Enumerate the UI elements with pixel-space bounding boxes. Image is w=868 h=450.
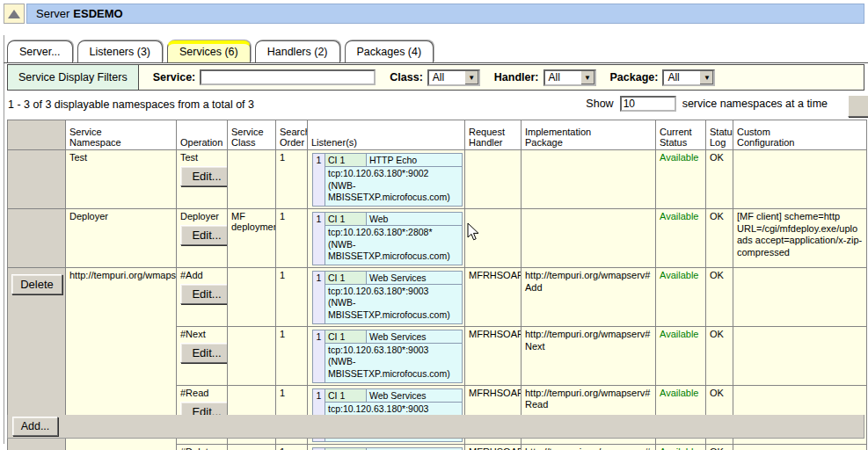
operation-cell: Deployer Edit...: [177, 208, 228, 267]
status-log-cell: OK: [706, 150, 733, 209]
listener-host: (NWB-MBISSETXP.microfocus.com): [328, 239, 460, 263]
service-filter-label: Service:: [153, 71, 196, 83]
add-button[interactable]: Add...: [12, 417, 58, 436]
delete-button[interactable]: Delete: [11, 274, 62, 294]
table-row-deployer: Deployer Deployer Edit... MF deployment …: [8, 208, 867, 267]
service-class-cell: [228, 267, 276, 326]
tab-handlers[interactable]: Handlers (2): [255, 40, 340, 62]
listener-endpoint: tcp:10.120.63.180*:9003 (NWB-MBISSETXP.m…: [325, 284, 463, 323]
package-filter-value: All: [667, 71, 679, 83]
col-header-current-status: Current Status: [656, 120, 706, 150]
edit-button[interactable]: Edit...: [180, 284, 228, 304]
search-order-cell: 1: [276, 208, 308, 267]
listener-cell: 1 CI 1 HTTP Echo tcp:10.120.63.180*:9002…: [308, 150, 465, 209]
listener-cell: 1 CI 1 Web Services tcp:10.120.63.180*:9…: [308, 326, 465, 385]
current-status-cell: Available: [656, 208, 706, 267]
col-header-service-class: Service Class: [228, 120, 276, 150]
tab-listeners[interactable]: Listeners (3): [77, 40, 163, 62]
listener-conversation: CI 1: [325, 388, 367, 402]
listener-name: Web Services: [367, 388, 463, 402]
listener-host: (NWB-MBISSETXP.microfocus.com): [328, 297, 460, 321]
listener-address: tcp:10.120.63.180*:2808*: [328, 227, 460, 239]
service-class-cell: [228, 326, 276, 385]
operation-cell: #Delete Edit...: [177, 444, 228, 450]
status-log-cell: OK: [706, 444, 733, 450]
listener-endpoint: tcp:10.120.63.180*:9003 (NWB-MBISSETXP.m…: [325, 343, 463, 382]
show-suffix-label: service namespaces at a time: [682, 98, 828, 110]
request-handler-cell: [465, 208, 522, 267]
current-status-cell: Available: [656, 444, 706, 450]
chevron-down-icon[interactable]: ▼: [699, 71, 713, 84]
edge-cutoff-button[interactable]: [848, 95, 868, 117]
listener-conversation: CI 1: [325, 271, 367, 284]
col-header-implementation-package: Implementation Package: [522, 120, 656, 150]
action-cell: [8, 208, 66, 267]
handler-filter-select[interactable]: All ▼: [543, 69, 596, 86]
service-class-cell: [228, 444, 276, 450]
service-class-cell: MF deployment: [228, 208, 276, 267]
collapse-button[interactable]: [4, 4, 25, 24]
search-order-cell: 1: [276, 267, 308, 326]
listener-number: 1: [313, 330, 325, 382]
server-title-prefix: Server: [36, 7, 69, 20]
col-header-request-handler: Request Handler: [465, 120, 522, 150]
services-table: Service Namespace Operation Service Clas…: [7, 120, 867, 450]
package-filter-select[interactable]: All ▼: [662, 69, 715, 86]
search-order-cell: 1: [276, 444, 308, 450]
custom-config-cell: [733, 150, 867, 209]
operation-name: #Add: [180, 270, 223, 280]
show-count-input[interactable]: [620, 96, 676, 112]
namespace-cell: Test: [66, 150, 177, 209]
table-footer: Add...: [7, 415, 864, 439]
listener-host: (NWB-MBISSETXP.microfocus.com): [328, 356, 460, 380]
tab-services[interactable]: Services (6): [167, 40, 251, 62]
class-filter-label: Class:: [390, 71, 423, 83]
operation-name: Test: [180, 152, 223, 163]
col-header-action: [8, 120, 66, 150]
show-count-group: Show service namespaces at a time: [586, 96, 828, 112]
listener-endpoint: tcp:10.120.63.180*:2808* (NWB-MBISSETXP.…: [325, 225, 463, 265]
search-order-cell: 1: [276, 326, 308, 385]
listener-cell: 1 CI 1 Web tcp:10.120.63.180*:2808* (NWB…: [308, 208, 465, 267]
listener-cell: 1 CI 1 Web Services tcp:10.120.63.180*:9…: [308, 267, 465, 326]
implementation-package-cell: [522, 150, 656, 209]
listener-cell: 1 CI 1 Web Services tcp:10.120.63.180*:9…: [308, 444, 465, 450]
listener-address: tcp:10.120.63.180*:9003: [328, 345, 460, 357]
server-titlebar: ServerESDEMO: [26, 4, 864, 24]
server-name: ESDEMO: [73, 7, 122, 20]
filter-bar: Service Display Filters Service: Class: …: [7, 64, 864, 91]
listener-conversation: CI 1: [325, 212, 367, 225]
tab-bar: Server... Listeners (3) Services (6) Han…: [7, 39, 438, 62]
request-handler-cell: MFRHSOAP: [465, 326, 522, 385]
tab-packages[interactable]: Packages (4): [345, 40, 434, 62]
action-cell: [8, 150, 66, 209]
operation-cell: #Add Edit...: [177, 267, 228, 326]
table-row-test: Test Test Edit... 1 1 CI 1 HTTP Echo: [8, 150, 867, 209]
class-filter-select[interactable]: All ▼: [427, 69, 480, 86]
chevron-down-icon[interactable]: ▼: [464, 71, 478, 84]
listener-name: HTTP Echo: [367, 154, 463, 167]
server-admin-page: ServerESDEMO Server... Listeners (3) Ser…: [0, 0, 868, 450]
listener-box: 1 CI 1 HTTP Echo tcp:10.120.63.180*:9002…: [312, 153, 463, 207]
operation-name: Deployer: [180, 211, 223, 221]
edit-button[interactable]: Edit...: [180, 343, 228, 363]
listener-endpoint: tcp:10.120.63.180*:9002 (NWB-MBISSETXP.m…: [325, 167, 463, 207]
listener-address: tcp:10.120.63.180*:9002: [328, 168, 460, 180]
show-label: Show: [586, 98, 613, 110]
custom-config-cell: [733, 267, 867, 326]
tab-server[interactable]: Server...: [7, 40, 73, 62]
pagination-row: 1 - 3 of 3 displayable namespaces from a…: [7, 91, 864, 119]
edit-button[interactable]: Edit...: [180, 166, 228, 186]
edit-button[interactable]: Edit...: [180, 225, 228, 245]
implementation-package-cell: http://tempuri.org/wmapserv#Delete: [522, 444, 656, 450]
service-filter-input[interactable]: [200, 69, 376, 85]
service-class-cell: [228, 150, 276, 209]
chevron-down-icon[interactable]: ▼: [580, 71, 594, 84]
listener-number: 1: [313, 154, 325, 207]
request-handler-cell: MFRHSOAP: [465, 444, 522, 450]
listener-conversation: CI 1: [325, 330, 367, 343]
implementation-package-cell: [522, 208, 656, 267]
listener-host: (NWB-MBISSETXP.microfocus.com): [328, 180, 460, 204]
col-header-namespace: Service Namespace: [66, 120, 177, 150]
table-header-row: Service Namespace Operation Service Clas…: [8, 120, 867, 150]
